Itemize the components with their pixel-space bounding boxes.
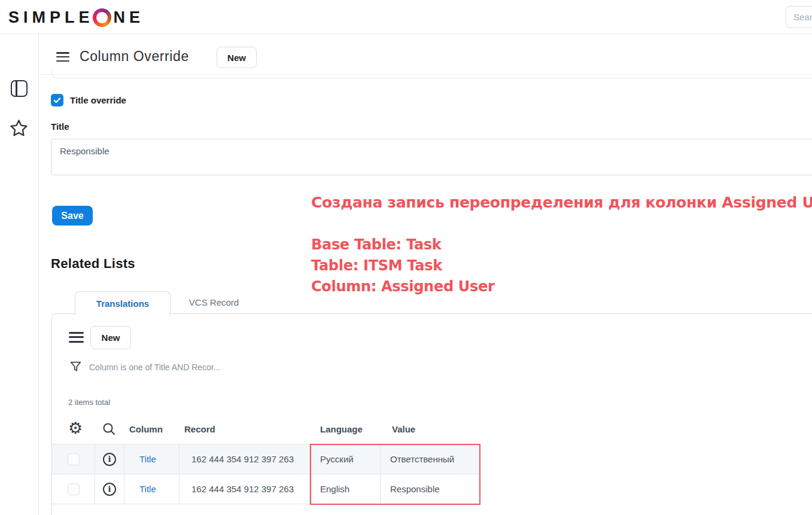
column-header-record[interactable]: Record	[184, 424, 215, 434]
row-language: Русский	[310, 444, 381, 474]
tab-translations[interactable]: Translations	[75, 291, 171, 315]
title-override-checkbox[interactable]	[51, 94, 63, 106]
annotation-column-line: Column: Assigned User	[311, 276, 495, 297]
translations-table: i Title 162 444 354 912 397 263 Русский …	[52, 444, 480, 504]
simpleone-logo: SIMPLE NE	[8, 7, 144, 28]
row-column-link[interactable]: Title	[139, 454, 156, 464]
new-translation-button[interactable]: New	[90, 326, 131, 349]
form-context-menu-icon[interactable]	[56, 52, 69, 64]
annotation-created-note: Создана запись переопределения для колон…	[311, 194, 812, 211]
list-search-icon[interactable]	[102, 422, 116, 438]
info-icon[interactable]: i	[103, 453, 116, 466]
logo-o-ring-icon	[93, 8, 111, 27]
info-icon[interactable]: i	[103, 483, 116, 496]
column-header-language[interactable]: Language	[320, 424, 363, 434]
form-panel-bottom-edge	[51, 71, 812, 78]
row-record-id: 162 444 354 912 397 263	[180, 474, 310, 504]
title-field-input[interactable]: Responsible	[51, 139, 812, 175]
title-override-label[interactable]: Title override	[70, 95, 126, 105]
title-field-label: Title	[51, 121, 69, 132]
row-record-id: 162 444 354 912 397 263	[180, 444, 310, 474]
list-context-menu-icon[interactable]	[69, 332, 84, 345]
table-row: i Title 162 444 354 912 397 263 Русский …	[52, 444, 480, 474]
page-title: Column Override	[80, 48, 189, 65]
row-value: Responsible	[381, 474, 480, 504]
left-sidebar	[0, 34, 39, 515]
list-settings-gear-icon[interactable]: ⚙	[68, 420, 83, 436]
filter-funnel-icon[interactable]	[69, 360, 82, 375]
items-total-count: 2 items total	[68, 398, 110, 407]
annotation-details-note: Base Table: Task Table: ITSM Task Column…	[311, 234, 495, 297]
tab-vcs-record[interactable]: VCS Record	[180, 291, 248, 313]
save-button[interactable]: Save	[52, 206, 93, 225]
related-lists-heading: Related Lists	[51, 256, 135, 272]
row-column-link[interactable]: Title	[139, 484, 156, 494]
favorites-star-icon[interactable]	[9, 118, 29, 141]
row-checkbox[interactable]	[68, 453, 80, 465]
sidebar-toggle-icon[interactable]	[11, 80, 28, 97]
logo-text-prefix: SIMPLE	[8, 8, 94, 27]
logo-text-suffix: NE	[114, 8, 145, 27]
global-search-input[interactable]	[786, 6, 812, 28]
row-value: Ответственный	[381, 444, 480, 474]
column-header-value[interactable]: Value	[392, 424, 415, 434]
row-language: English	[310, 474, 381, 504]
top-bar: SIMPLE NE	[0, 0, 812, 34]
new-record-button[interactable]: New	[217, 47, 257, 68]
filter-condition-text[interactable]: Column is one of Title AND Recor...	[89, 362, 220, 372]
annotation-base-table-line: Base Table: Task	[311, 234, 495, 255]
annotation-table-line: Table: ITSM Task	[311, 255, 495, 276]
page: SIMPLE NE Column Override New Title over…	[0, 0, 812, 515]
table-row: i Title 162 444 354 912 397 263 English …	[52, 474, 480, 504]
column-header-column[interactable]: Column	[129, 424, 163, 434]
row-checkbox[interactable]	[68, 483, 80, 495]
